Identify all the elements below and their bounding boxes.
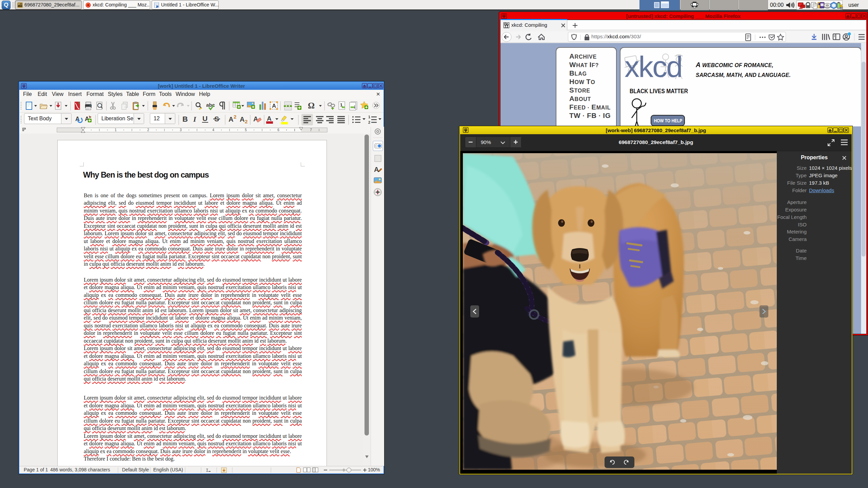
svg-text:2: 2 [368,120,370,124]
svg-text:abc: abc [206,102,215,108]
svg-text:7: 7 [310,128,312,132]
svg-text:4: 4 [212,128,214,132]
svg-text:I: I [206,468,209,473]
svg-text:U: U [202,115,208,122]
svg-text:5: 5 [245,128,247,132]
svg-text:A: A [267,115,272,122]
svg-text:A: A [240,116,244,123]
svg-text:1: 1 [368,115,370,119]
svg-text:2: 2 [245,119,248,124]
svg-text:A: A [374,166,379,173]
svg-text:B: B [182,115,188,123]
svg-text:2: 2 [147,128,149,132]
svg-text:I: I [193,115,197,123]
svg-text:A: A [229,116,233,123]
svg-text:3: 3 [180,128,182,132]
svg-text:Ω: Ω [308,101,315,110]
svg-text:1: 1 [115,128,117,132]
svg-text:2: 2 [234,114,236,120]
svg-text:A: A [75,116,80,122]
svg-text:6: 6 [277,128,279,132]
svg-text:A: A [272,103,276,109]
